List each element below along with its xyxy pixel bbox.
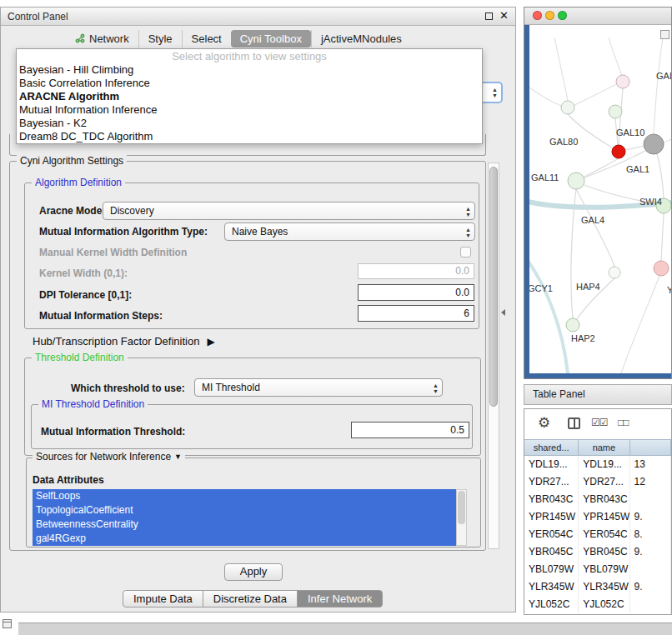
node-label: Y [667,285,672,295]
network-node[interactable] [616,75,629,88]
attributes-scrollbar[interactable] [456,489,467,546]
table-window: ⚙ ☑☑ □□ shared...name YDL19...YDL19...13… [524,408,672,615]
network-edge [529,256,568,373]
algorithm-option-list: Bayesian - Hill ClimbingBasic Correlatio… [17,63,482,143]
mi-threshold-field[interactable]: 0.5 [351,422,469,438]
combo-arrows-icon: ▲▼ [492,87,498,98]
table-row[interactable]: YJL052CYJL052C [524,596,671,613]
table-cell: YBL079W [579,561,629,578]
algorithm-option[interactable]: Basic Correlation Inference [17,77,482,90]
table-cell: YER054C [579,526,629,543]
network-toolbar-strip [529,25,672,38]
gear-icon[interactable]: ⚙ [538,414,550,432]
table-cell: YJL052C [579,596,629,613]
table-cell: YDR27... [579,473,629,491]
table-cell: YBR043C [579,491,629,508]
mi-steps-field[interactable]: 6 [358,305,474,322]
table-row[interactable]: YBL079WYBL079W [524,561,671,578]
network-node[interactable] [561,101,574,114]
table-panel-header: Table Panel [524,384,672,405]
hub-definition-expander[interactable]: Hub/Transcription Factor Definition ▶ [33,335,215,348]
close-icon[interactable]: ✕ [499,10,509,22]
table-row[interactable]: YBR043CYBR043C [524,491,671,508]
tab-select[interactable]: Select [182,30,231,48]
table-cell: YBR043C [524,491,579,508]
scrollbar-thumb[interactable] [489,167,498,407]
network-node[interactable] [566,318,579,332]
which-threshold-label: Which threshold to use: [71,382,185,394]
zoom-button[interactable] [558,11,567,20]
float-window-icon[interactable] [485,12,493,20]
apply-button[interactable]: Apply [224,563,283,581]
algorithm-option[interactable]: Mutual Information Inference [17,103,482,117]
network-edge [574,84,616,105]
network-node[interactable] [609,105,622,118]
bottom-tab-infer-network[interactable]: Infer Network [297,590,383,608]
sources-expander[interactable]: Sources for Network Inference ▼ [33,451,185,462]
table-cell: YBR045C [579,543,629,561]
column-header[interactable] [630,439,671,456]
restore-panel-icon[interactable] [3,619,12,628]
network-node[interactable] [644,134,664,154]
tab-style[interactable]: Style [138,30,182,48]
network-graph: GAL7GAL80GAL10GAL11GAL1SWI4GAL4GCY1HAP4H… [529,38,672,373]
tab-network[interactable]: Network [66,30,138,48]
node-label: GCY1 [529,283,553,293]
table-cell [630,596,671,613]
tab-cyni-toolbox[interactable]: Cyni Toolbox [231,30,311,48]
table-row[interactable]: YDR27...YDR27...12 [524,473,671,491]
dpi-tolerance-field[interactable]: 0.0 [358,284,474,301]
aracne-mode-combobox[interactable]: Discovery ▲▼ [103,202,475,220]
algorithm-option[interactable]: Dream8 DC_TDC Algorithm [17,130,482,143]
close-button[interactable] [533,11,542,20]
algorithm-combobox-fragment[interactable]: ▲▼ [481,82,503,103]
cyni-bottom-tabs: Impute DataDiscretize DataInfer Network [123,590,383,608]
network-canvas[interactable]: GAL7GAL80GAL10GAL11GAL1SWI4GAL4GCY1HAP4H… [529,38,672,373]
table-row[interactable]: YBR045CYBR045C9. [524,543,671,561]
deselect-all-icon[interactable]: □□ [618,417,629,428]
bottom-tab-discretize-data[interactable]: Discretize Data [203,590,298,608]
aracne-mode-label: Aracne Mode: [39,205,105,217]
table-row[interactable]: YLR345WYLR345W9. [524,578,671,596]
table-cell: YDR27... [524,473,579,491]
data-attribute-item[interactable]: BetweennessCentrality [33,518,456,532]
minimize-button[interactable] [545,11,554,20]
scrollbar-corner-button[interactable] [660,30,669,39]
node-label: GAL10 [616,128,644,138]
control-panel-titlebar[interactable]: Control Panel ✕ [1,8,515,26]
bottom-panel-edge [18,622,672,635]
data-attribute-item[interactable]: SelfLoops [33,489,456,503]
mi-steps-label: Mutual Information Steps: [39,310,163,322]
network-window-titlebar[interactable] [524,8,671,25]
scrollbar-thumb[interactable] [458,491,465,524]
column-header[interactable]: shared... [524,439,579,456]
which-threshold-combobox[interactable]: MI Threshold ▲▼ [194,378,443,397]
network-node[interactable] [568,172,584,189]
data-attributes-label: Data Attributes [33,474,104,486]
bottom-tab-impute-data[interactable]: Impute Data [123,590,203,608]
network-node[interactable] [609,267,620,278]
dpi-tolerance-label: DPI Tolerance [0,1]: [39,289,132,301]
network-node[interactable] [654,261,669,276]
network-edge [576,189,614,267]
table-row[interactable]: YER054CYER054C8. [524,526,671,543]
algorithm-option[interactable]: Bayesian - Hill Climbing [17,63,482,77]
algorithm-option[interactable]: Bayesian - K2 [17,117,482,130]
network-node[interactable] [612,145,625,158]
tab-jactivemnodules[interactable]: jActiveMNodules [311,30,411,48]
mi-type-combobox[interactable]: Naive Bayes ▲▼ [224,222,475,241]
algorithm-option[interactable]: ARACNE Algorithm [17,90,482,103]
split-pane-handle-icon[interactable] [501,309,505,316]
columns-icon[interactable] [568,418,580,429]
data-attribute-item[interactable]: TopologicalCoefficient [33,503,456,518]
table-row[interactable]: YDL19...YDL19...13 [524,456,671,473]
algorithm-dropdown-popup: Select algorithm to view settings Bayesi… [16,48,483,144]
manual-kernel-checkbox[interactable] [460,247,471,258]
kernel-width-field[interactable]: 0.0 [358,263,474,279]
table-row[interactable]: YPR145WYPR145W9. [524,508,671,526]
column-header[interactable]: name [579,439,629,456]
data-attribute-item[interactable]: gal4RGexp [33,532,456,546]
settings-scrollbar[interactable] [488,162,499,549]
kernel-width-label: Kernel Width (0,1): [39,268,128,279]
select-all-icon[interactable]: ☑☑ [591,417,608,428]
